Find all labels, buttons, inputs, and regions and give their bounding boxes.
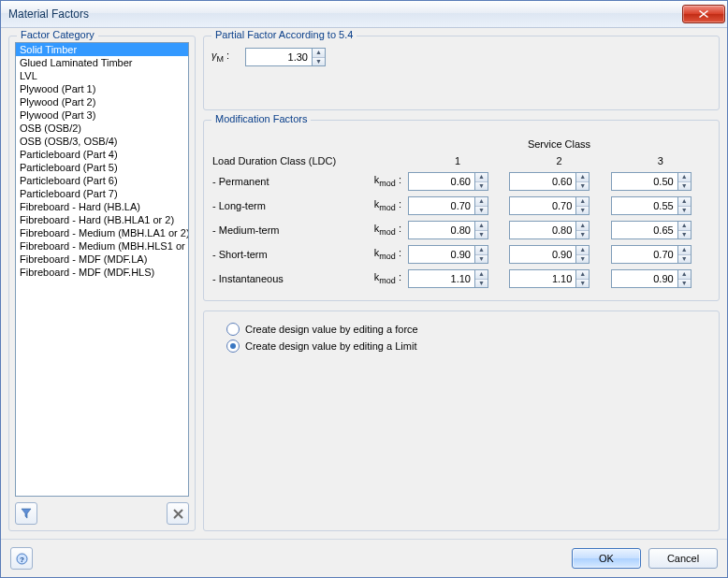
kmod-spinner[interactable]: ▲▼ (408, 245, 507, 264)
spin-down-icon[interactable]: ▼ (678, 280, 691, 288)
spin-up-icon[interactable]: ▲ (678, 246, 691, 255)
spin-down-icon[interactable]: ▼ (475, 207, 488, 215)
kmod-input[interactable] (408, 221, 474, 239)
kmod-spinner[interactable]: ▲▼ (611, 221, 710, 239)
filter-button[interactable] (15, 502, 37, 525)
spin-down-icon[interactable]: ▼ (576, 280, 589, 288)
spin-down-icon[interactable]: ▼ (576, 255, 589, 264)
spin-down-icon[interactable]: ▼ (475, 182, 488, 191)
kmod-input[interactable] (509, 221, 575, 239)
spin-down-icon[interactable]: ▼ (475, 255, 488, 264)
service-class-col: 2 (508, 154, 609, 167)
spin-up-icon[interactable]: ▲ (576, 246, 589, 255)
spin-down-icon[interactable]: ▼ (678, 207, 691, 215)
list-item[interactable]: Plywood (Part 1) (16, 82, 188, 95)
spin-up-icon[interactable]: ▲ (678, 222, 691, 231)
window-title: Material Factors (8, 7, 682, 21)
spin-down-icon[interactable]: ▼ (313, 58, 325, 66)
kmod-input[interactable] (408, 245, 474, 264)
kmod-spinner[interactable]: ▲▼ (611, 172, 710, 191)
kmod-input[interactable] (611, 269, 677, 288)
kmod-spinner[interactable]: ▲▼ (408, 269, 507, 288)
kmod-input[interactable] (408, 269, 474, 288)
ldc-label: - Instantaneous (211, 268, 354, 289)
kmod-input[interactable] (611, 196, 677, 215)
gamma-m-input[interactable] (245, 48, 312, 66)
gamma-m-spinner[interactable]: ▲▼ (245, 48, 326, 66)
spin-down-icon[interactable]: ▼ (475, 231, 488, 239)
spin-up-icon[interactable]: ▲ (576, 222, 589, 231)
list-item[interactable]: Fibreboard - Hard (HB.HLA1 or 2) (16, 213, 188, 226)
radio-design-force-label: Create design value by editing a force (245, 324, 418, 335)
spin-down-icon[interactable]: ▼ (678, 255, 691, 264)
design-value-group: . Create design value by editing a force… (203, 311, 720, 531)
kmod-spinner[interactable]: ▲▼ (611, 196, 710, 215)
kmod-spinner[interactable]: ▲▼ (408, 172, 507, 191)
spin-up-icon[interactable]: ▲ (576, 270, 589, 280)
spin-up-icon[interactable]: ▲ (678, 197, 691, 207)
spin-down-icon[interactable]: ▼ (576, 231, 589, 239)
spin-up-icon[interactable]: ▲ (678, 270, 691, 280)
kmod-input[interactable] (611, 172, 677, 191)
spin-down-icon[interactable]: ▼ (678, 231, 691, 239)
close-button[interactable] (682, 5, 725, 23)
delete-button[interactable] (167, 502, 189, 525)
kmod-input[interactable] (509, 196, 575, 215)
radio-design-limit[interactable]: Create design value by editing a Limit (226, 340, 711, 353)
list-item[interactable]: OSB (OSB/3, OSB/4) (16, 135, 188, 148)
funnel-icon (21, 508, 32, 519)
kmod-spinner[interactable]: ▲▼ (408, 196, 507, 215)
kmod-input[interactable] (408, 172, 474, 191)
kmod-spinner[interactable]: ▲▼ (509, 269, 608, 288)
spin-up-icon[interactable]: ▲ (576, 173, 589, 182)
list-item[interactable]: Fibreboard - Hard (HB.LA) (16, 200, 188, 213)
kmod-input[interactable] (611, 245, 677, 264)
kmod-label: kmod : (354, 171, 407, 192)
spin-up-icon[interactable]: ▲ (313, 49, 325, 58)
kmod-spinner[interactable]: ▲▼ (611, 269, 710, 288)
spin-down-icon[interactable]: ▼ (576, 207, 589, 215)
list-item[interactable]: Glued Laminated Timber (16, 56, 188, 69)
list-item[interactable]: Fibreboard - Medium (MBH.LA1 or 2) (16, 226, 188, 239)
list-item[interactable]: Fibreboard - MDF (MDF.LA) (16, 253, 188, 266)
kmod-input[interactable] (509, 245, 575, 264)
kmod-spinner[interactable]: ▲▼ (611, 245, 710, 264)
spin-down-icon[interactable]: ▼ (576, 182, 589, 191)
kmod-spinner[interactable]: ▲▼ (509, 196, 608, 215)
list-item[interactable]: OSB (OSB/2) (16, 122, 188, 135)
list-item[interactable]: Fibreboard - MDF (MDF.HLS) (16, 266, 188, 279)
list-item[interactable]: Fibreboard - Medium (MBH.HLS1 or 2) (16, 239, 188, 253)
list-item[interactable]: LVL (16, 69, 188, 82)
kmod-spinner[interactable]: ▲▼ (509, 221, 608, 239)
ok-button[interactable]: OK (572, 548, 641, 569)
list-item[interactable]: Particleboard (Part 4) (16, 148, 188, 161)
spin-up-icon[interactable]: ▲ (678, 173, 691, 182)
spin-up-icon[interactable]: ▲ (475, 197, 488, 207)
spin-up-icon[interactable]: ▲ (576, 197, 589, 207)
kmod-input[interactable] (509, 172, 575, 191)
spin-up-icon[interactable]: ▲ (475, 270, 488, 280)
kmod-spinner[interactable]: ▲▼ (509, 172, 608, 191)
factor-category-list[interactable]: Solid TimberGlued Laminated TimberLVLPly… (15, 42, 189, 497)
list-item[interactable]: Particleboard (Part 6) (16, 174, 188, 187)
list-item[interactable]: Particleboard (Part 7) (16, 187, 188, 200)
service-class-col: 3 (610, 154, 711, 167)
spin-down-icon[interactable]: ▼ (475, 280, 488, 288)
kmod-spinner[interactable]: ▲▼ (408, 221, 507, 239)
kmod-spinner[interactable]: ▲▼ (509, 245, 608, 264)
list-item[interactable]: Plywood (Part 3) (16, 108, 188, 122)
list-item[interactable]: Particleboard (Part 5) (16, 161, 188, 174)
radio-design-limit-label: Create design value by editing a Limit (245, 340, 416, 352)
help-button[interactable]: ? (10, 547, 33, 570)
spin-up-icon[interactable]: ▲ (475, 222, 488, 231)
spin-up-icon[interactable]: ▲ (475, 246, 488, 255)
spin-down-icon[interactable]: ▼ (678, 182, 691, 191)
spin-up-icon[interactable]: ▲ (475, 173, 488, 182)
radio-design-force[interactable]: Create design value by editing a force (226, 323, 711, 336)
kmod-input[interactable] (509, 269, 575, 288)
list-item[interactable]: Solid Timber (16, 43, 188, 56)
list-item[interactable]: Plywood (Part 2) (16, 95, 188, 108)
kmod-input[interactable] (408, 196, 474, 215)
cancel-button[interactable]: Cancel (648, 548, 718, 569)
kmod-input[interactable] (611, 221, 677, 239)
